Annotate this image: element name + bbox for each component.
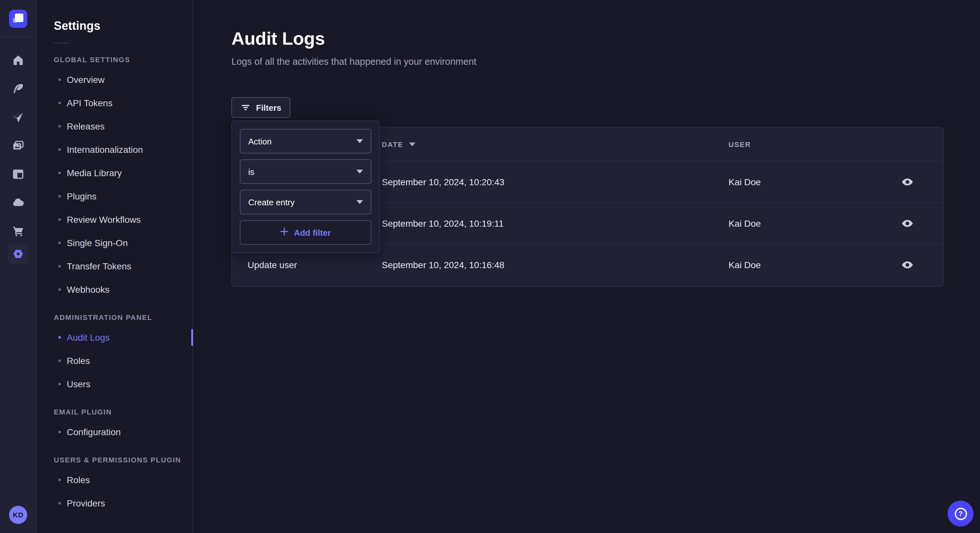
view-details-eye-icon[interactable] <box>898 256 916 274</box>
filter-operator-value: is <box>248 167 255 176</box>
filter-icon <box>240 102 251 113</box>
help-button[interactable]: ? <box>948 501 974 527</box>
media-library-icon[interactable] <box>8 135 29 156</box>
sidebar-item-audit-logs[interactable]: Audit Logs <box>37 326 192 349</box>
plus-icon <box>280 227 289 238</box>
sidebar-item-email-configuration[interactable]: Configuration <box>37 420 192 444</box>
administration-panel-list: Audit Logs Roles Users <box>37 326 192 396</box>
section-label-email-plugin: EMAIL PLUGIN <box>54 408 192 416</box>
strapi-logo-mark <box>15 14 23 22</box>
icon-rail: KD <box>0 0 37 533</box>
sidebar-item-releases[interactable]: Releases <box>37 115 192 138</box>
cloud-icon[interactable] <box>8 192 29 213</box>
sidebar-title: Settings <box>54 19 192 33</box>
sidebar-title-divider <box>54 43 69 43</box>
view-details-eye-icon[interactable] <box>898 214 916 232</box>
question-mark-icon: ? <box>955 508 967 520</box>
email-plugin-list: Configuration <box>37 420 192 444</box>
filter-value-value: Create entry <box>248 197 294 207</box>
cell-date: September 10, 2024, 10:16:48 <box>382 260 504 270</box>
sidebar-item-up-providers[interactable]: Providers <box>37 492 192 515</box>
filter-field-value: Action <box>248 136 272 146</box>
sidebar-item-review-workflows[interactable]: Review Workflows <box>37 208 192 231</box>
page-title: Audit Logs <box>231 29 325 49</box>
sidebar-item-internationalization[interactable]: Internationalization <box>37 138 192 161</box>
sidebar-item-admin-users[interactable]: Users <box>37 373 192 396</box>
marketplace-cart-icon[interactable] <box>8 221 29 241</box>
view-details-eye-icon[interactable] <box>898 173 916 191</box>
cell-user: Kai Doe <box>729 176 761 187</box>
sidebar-item-overview[interactable]: Overview <box>37 68 192 91</box>
filter-operator-select[interactable]: is <box>240 159 371 184</box>
send-icon[interactable] <box>8 107 29 128</box>
chevron-down-icon <box>356 170 363 174</box>
section-label-global-settings: GLOBAL SETTINGS <box>54 56 192 63</box>
filters-button-label: Filters <box>256 103 281 113</box>
add-filter-button[interactable]: Add filter <box>240 220 371 245</box>
users-permissions-list: Roles Providers <box>37 468 192 515</box>
sidebar-item-media-library[interactable]: Media Library <box>37 161 192 185</box>
user-avatar[interactable]: KD <box>9 506 27 524</box>
add-filter-label: Add filter <box>294 228 331 237</box>
strapi-logo[interactable] <box>9 10 27 28</box>
filter-field-select[interactable]: Action <box>240 129 371 154</box>
sidebar-item-single-sign-on[interactable]: Single Sign-On <box>37 231 192 254</box>
home-icon[interactable] <box>8 50 29 71</box>
filters-popover: Action is Create entry Add filter <box>231 121 380 253</box>
cell-date: September 10, 2024, 10:20:43 <box>382 176 504 187</box>
column-header-user: USER <box>729 140 751 148</box>
chevron-down-icon <box>356 200 363 204</box>
rail-divider <box>0 36 36 37</box>
settings-gear-icon[interactable] <box>8 244 29 264</box>
pen-icon[interactable] <box>8 78 29 99</box>
sidebar-item-api-tokens[interactable]: API Tokens <box>37 91 192 115</box>
filters-button[interactable]: Filters <box>231 97 290 118</box>
cell-action: Update user <box>248 260 297 270</box>
filter-value-select[interactable]: Create entry <box>240 190 371 214</box>
strapi-admin: KD Settings GLOBAL SETTINGS Overview API… <box>0 0 980 533</box>
sort-descending-icon <box>409 142 415 146</box>
page-subtitle: Logs of all the activities that happened… <box>231 56 476 67</box>
column-header-date[interactable]: DATE <box>382 140 415 148</box>
chevron-down-icon <box>356 139 363 143</box>
sidebar-item-up-roles[interactable]: Roles <box>37 468 192 492</box>
content-layout-icon[interactable] <box>8 164 29 185</box>
sidebar-item-plugins[interactable]: Plugins <box>37 185 192 208</box>
sidebar-item-transfer-tokens[interactable]: Transfer Tokens <box>37 254 192 278</box>
cell-user: Kai Doe <box>729 260 761 270</box>
main-content: Audit Logs Logs of all the activities th… <box>193 0 980 533</box>
global-settings-list: Overview API Tokens Releases Internation… <box>37 68 192 301</box>
cell-date: September 10, 2024, 10:19:11 <box>382 218 504 228</box>
settings-sidebar: Settings GLOBAL SETTINGS Overview API To… <box>37 0 193 533</box>
sidebar-item-admin-roles[interactable]: Roles <box>37 349 192 373</box>
section-label-users-permissions-plugin: USERS & PERMISSIONS PLUGIN <box>54 456 192 464</box>
section-label-administration-panel: ADMINISTRATION PANEL <box>54 314 192 321</box>
cell-user: Kai Doe <box>729 218 761 228</box>
sidebar-item-webhooks[interactable]: Webhooks <box>37 278 192 301</box>
